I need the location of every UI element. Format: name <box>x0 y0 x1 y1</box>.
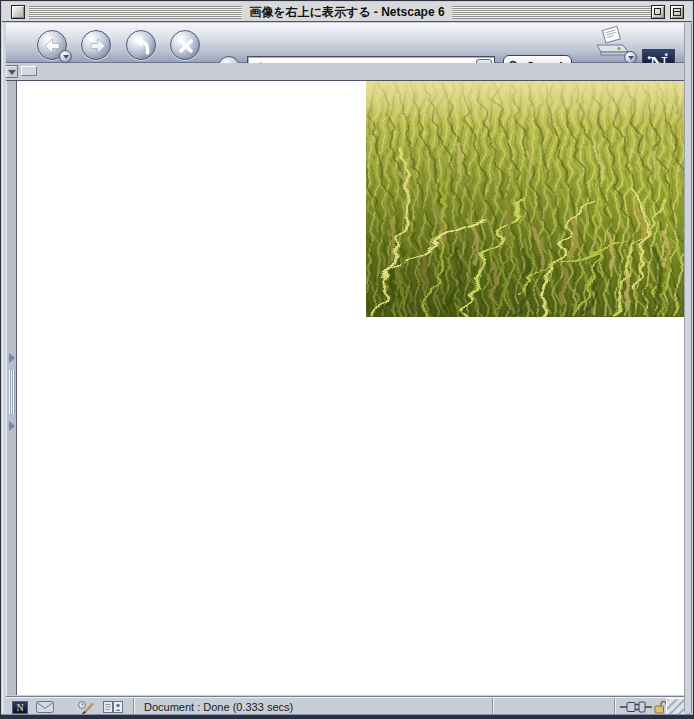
rice-field-photo <box>366 81 684 317</box>
window-title: 画像を右上に表示する - Netscape 6 <box>241 4 452 21</box>
addressbook-component-button[interactable] <box>103 700 123 714</box>
sidebar-expand-arrow-icon <box>9 353 15 363</box>
mail-icon <box>36 701 54 713</box>
composer-icon <box>77 700 95 714</box>
address-book-icon <box>103 700 123 714</box>
statusbar: N Docume <box>2 696 692 716</box>
collapse-button[interactable] <box>670 5 684 19</box>
close-button[interactable] <box>11 5 25 19</box>
navigator-component-button[interactable]: N <box>10 700 30 714</box>
windowshade-icon <box>673 8 681 16</box>
reload-button[interactable] <box>126 30 156 60</box>
mail-component-button[interactable] <box>35 700 55 714</box>
statusbar-divider <box>133 698 135 715</box>
forward-button[interactable] <box>81 30 111 60</box>
statusbar-divider <box>614 698 616 715</box>
sidebar-expand-arrow-icon <box>9 421 15 431</box>
navigator-icon: N <box>12 701 28 714</box>
personal-toolbar-tab[interactable] <box>21 66 37 76</box>
navigation-toolbar: Search N <box>2 23 692 63</box>
reload-icon <box>127 31 157 61</box>
personal-toolbar-strip <box>2 63 692 81</box>
forward-arrow-icon <box>82 31 112 61</box>
sidebar-handle[interactable] <box>7 353 16 443</box>
window-frame-left <box>2 23 6 713</box>
plug-icon <box>619 701 653 713</box>
online-indicator[interactable] <box>619 700 653 714</box>
window-frame-bottom <box>1 714 693 718</box>
sidebar-strip <box>6 81 17 695</box>
composer-component-button[interactable] <box>76 700 96 714</box>
stop-x-icon <box>171 31 201 61</box>
statusbar-divider <box>492 698 494 715</box>
zoom-button[interactable] <box>651 5 665 19</box>
netscape-browser-window: 画像を右上に表示する - Netscape 6 <box>0 0 694 719</box>
toolbar-collapse-chevron[interactable] <box>5 65 18 78</box>
back-history-dropdown[interactable] <box>59 50 72 63</box>
content-area <box>17 81 685 695</box>
zoom-box-icon <box>654 8 661 15</box>
titlebar[interactable]: 画像を右上に表示する - Netscape 6 <box>2 2 692 22</box>
window-frame-right <box>684 23 692 713</box>
stop-button[interactable] <box>170 30 200 60</box>
sidebar-grip-lines <box>9 370 15 414</box>
